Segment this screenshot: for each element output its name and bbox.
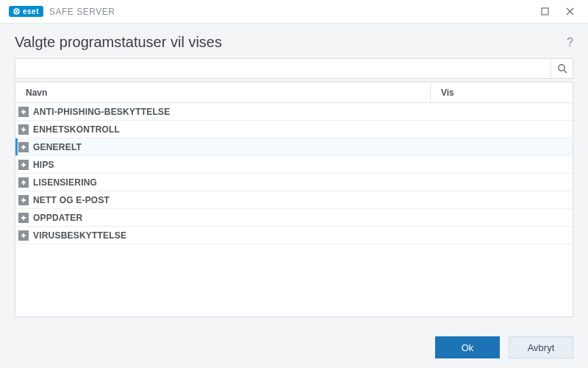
table-row[interactable]: LISENSIERING — [15, 174, 573, 191]
expand-icon[interactable] — [18, 177, 29, 188]
titlebar: eset SAFE SERVER — [0, 0, 588, 24]
table-row[interactable]: ENHETSKONTROLL — [15, 121, 573, 138]
dialog-footer: Ok Avbryt — [0, 327, 588, 368]
column-header-vis[interactable]: Vis — [431, 82, 573, 102]
search-row — [15, 58, 573, 79]
expand-icon[interactable] — [18, 107, 29, 117]
row-label: OPPDATER — [33, 213, 82, 223]
brand-product-name: SAFE SERVER — [49, 7, 115, 17]
page-header: Valgte programstatuser vil vises ? — [0, 24, 588, 58]
search-input[interactable] — [15, 59, 551, 78]
expand-icon[interactable] — [18, 124, 29, 135]
expand-icon[interactable] — [18, 160, 29, 170]
help-icon[interactable]: ? — [567, 36, 573, 49]
row-label: NETT OG E-POST — [33, 195, 110, 205]
table-body: ANTI-PHISHING-BESKYTTELSEENHETSKONTROLLG… — [15, 103, 573, 316]
table-row[interactable]: GENERELT — [15, 138, 573, 156]
row-label: ENHETSKONTROLL — [33, 124, 120, 135]
search-button[interactable] — [551, 59, 573, 78]
row-label: ANTI-PHISHING-BESKYTTELSE — [33, 107, 170, 117]
brand-eye-icon — [13, 8, 20, 15]
table-header: Navn Vis — [15, 82, 573, 103]
svg-rect-0 — [542, 8, 548, 15]
expand-icon[interactable] — [18, 213, 29, 223]
row-label: HIPS — [33, 160, 54, 170]
table-row[interactable]: NETT OG E-POST — [15, 191, 573, 209]
search-icon — [557, 63, 567, 74]
column-header-name[interactable]: Navn — [15, 82, 431, 102]
expand-icon[interactable] — [18, 195, 29, 205]
table-row[interactable]: VIRUSBESKYTTELSE — [15, 227, 573, 244]
table-row[interactable]: HIPS — [15, 156, 573, 174]
brand-badge: eset — [9, 6, 43, 17]
row-label: VIRUSBESKYTTELSE — [33, 230, 126, 241]
expand-icon[interactable] — [18, 142, 29, 152]
row-label: LISENSIERING — [33, 177, 97, 188]
page-title: Valgte programstatuser vil vises — [15, 34, 567, 51]
brand-badge-text: eset — [23, 7, 39, 15]
window-close-button[interactable] — [557, 2, 582, 21]
row-label: GENERELT — [33, 142, 82, 152]
table-row[interactable]: OPPDATER — [15, 209, 573, 227]
ok-button[interactable]: Ok — [435, 336, 500, 358]
status-table: Navn Vis ANTI-PHISHING-BESKYTTELSEENHETS… — [15, 82, 573, 317]
window-maximize-button[interactable] — [532, 2, 557, 21]
expand-icon[interactable] — [18, 230, 29, 241]
content-area: Navn Vis ANTI-PHISHING-BESKYTTELSEENHETS… — [0, 58, 588, 317]
cancel-button[interactable]: Avbryt — [509, 336, 573, 358]
table-row[interactable]: ANTI-PHISHING-BESKYTTELSE — [15, 103, 573, 121]
brand: eset SAFE SERVER — [9, 6, 115, 17]
svg-point-1 — [558, 65, 564, 71]
